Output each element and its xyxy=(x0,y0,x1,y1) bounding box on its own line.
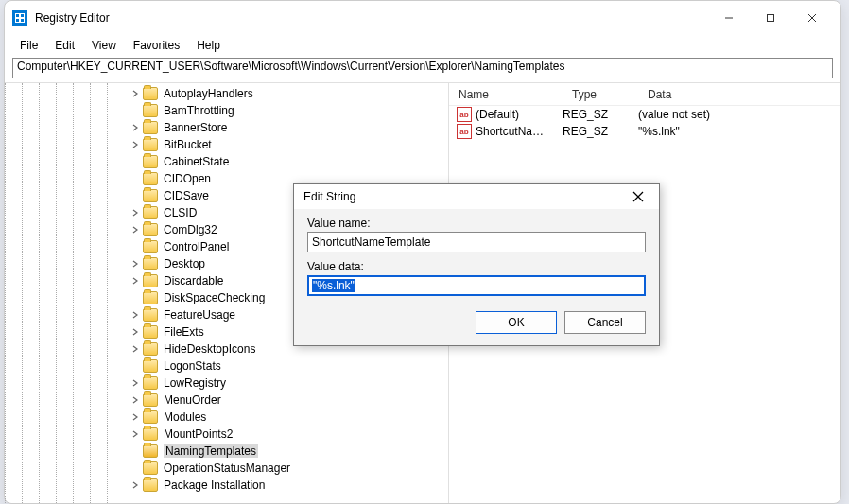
tree-item[interactable]: NamingTemplates xyxy=(126,443,448,460)
tree-item-label: NamingTemplates xyxy=(164,444,258,458)
tree-item[interactable]: Package Installation xyxy=(126,477,448,494)
chevron-right-icon[interactable] xyxy=(130,88,141,99)
folder-icon xyxy=(143,104,158,117)
tree-item-label: BannerStore xyxy=(164,121,227,134)
folder-icon xyxy=(143,376,158,390)
tree-item[interactable]: BannerStore xyxy=(126,119,448,136)
folder-icon xyxy=(143,461,158,475)
menu-edit[interactable]: Edit xyxy=(47,37,82,54)
address-bar[interactable]: Computer\HKEY_CURRENT_USER\Software\Micr… xyxy=(12,58,833,78)
ok-button[interactable]: OK xyxy=(476,311,557,334)
folder-icon xyxy=(143,478,158,492)
tree-item-label: CLSID xyxy=(164,206,197,219)
chevron-right-icon[interactable] xyxy=(130,207,141,218)
tree-item-label: CIDSave xyxy=(164,189,209,202)
chevron-right-icon[interactable] xyxy=(130,309,141,321)
value-name-input[interactable] xyxy=(307,232,646,252)
dialog-title: Edit String xyxy=(303,190,627,203)
value-data-input[interactable]: "%s.lnk" xyxy=(307,275,646,296)
tree-item[interactable]: LowRegistry xyxy=(126,374,448,391)
value-name: ShortcutNa… xyxy=(476,125,563,138)
tree-item-label: BitBucket xyxy=(164,138,212,151)
chevron-right-icon[interactable] xyxy=(130,224,141,235)
menu-file[interactable]: File xyxy=(12,37,45,54)
tree-item[interactable]: CabinetState xyxy=(126,153,448,170)
tree-item[interactable]: MountPoints2 xyxy=(126,426,448,443)
value-data: (value not set) xyxy=(638,108,840,121)
folder-icon xyxy=(143,155,158,168)
tree-item-label: CIDOpen xyxy=(164,172,211,185)
folder-icon xyxy=(143,274,158,287)
folder-icon xyxy=(143,444,158,458)
tree-item[interactable]: BitBucket xyxy=(126,136,448,153)
folder-icon xyxy=(143,206,158,219)
svg-rect-3 xyxy=(16,19,19,22)
folder-icon xyxy=(143,359,158,373)
tree-item-label: MountPoints2 xyxy=(164,427,233,441)
close-button[interactable] xyxy=(791,4,833,32)
tree-item[interactable]: OperationStatusManager xyxy=(126,460,448,477)
svg-rect-2 xyxy=(21,14,24,17)
col-type[interactable]: Type xyxy=(563,88,638,101)
folder-icon xyxy=(143,342,158,356)
tree-item-label: OperationStatusManager xyxy=(164,461,290,475)
chevron-right-icon[interactable] xyxy=(130,139,141,150)
tree-item[interactable]: MenuOrder xyxy=(126,391,448,408)
tree-item-label: Modules xyxy=(164,410,206,424)
value-row[interactable]: abShortcutNa…REG_SZ"%s.lnk" xyxy=(449,123,840,140)
window-title: Registry Editor xyxy=(35,11,708,25)
menu-help[interactable]: Help xyxy=(189,37,228,54)
regedit-icon xyxy=(12,10,27,26)
edit-string-dialog: Edit String Value name: Value data: "%s.… xyxy=(293,183,660,346)
col-name[interactable]: Name xyxy=(449,88,563,101)
chevron-right-icon[interactable] xyxy=(130,428,141,440)
tree-item[interactable]: LogonStats xyxy=(126,357,448,374)
chevron-right-icon[interactable] xyxy=(130,394,141,406)
cancel-button[interactable]: Cancel xyxy=(564,311,646,334)
chevron-right-icon[interactable] xyxy=(130,343,141,355)
folder-icon xyxy=(143,291,158,304)
tree-item-label: BamThrottling xyxy=(164,104,234,117)
chevron-right-icon[interactable] xyxy=(130,411,141,423)
chevron-right-icon[interactable] xyxy=(130,275,141,287)
folder-icon xyxy=(143,223,158,236)
folder-icon xyxy=(143,393,158,407)
chevron-right-icon[interactable] xyxy=(130,377,141,389)
tree-item-label: ComDlg32 xyxy=(164,223,217,236)
tree-item-label: FeatureUsage xyxy=(164,308,235,322)
list-header: Name Type Data xyxy=(449,83,840,106)
folder-icon xyxy=(143,240,158,253)
value-row[interactable]: ab(Default)REG_SZ(value not set) xyxy=(449,106,840,123)
dialog-close-button[interactable] xyxy=(627,185,650,208)
folder-icon xyxy=(143,325,158,339)
chevron-right-icon[interactable] xyxy=(130,258,141,269)
col-data[interactable]: Data xyxy=(638,88,840,101)
value-name-label: Value name: xyxy=(307,217,646,230)
tree-item[interactable]: AutoplayHandlers xyxy=(126,85,448,102)
menubar: File Edit View Favorites Help xyxy=(5,35,840,56)
tree-item-label: LogonStats xyxy=(164,359,221,373)
svg-rect-1 xyxy=(16,14,19,17)
string-value-icon: ab xyxy=(457,124,472,139)
tree-item-label: MenuOrder xyxy=(164,393,221,407)
svg-rect-6 xyxy=(768,15,774,22)
tree-item-label: Desktop xyxy=(164,257,205,270)
folder-icon xyxy=(143,138,158,151)
value-data-label: Value data: xyxy=(307,260,646,273)
chevron-right-icon[interactable] xyxy=(130,326,141,338)
value-type: REG_SZ xyxy=(563,125,638,138)
tree-item-label: AutoplayHandlers xyxy=(164,87,253,100)
tree-item[interactable]: Modules xyxy=(126,408,448,426)
tree-item-label: Discardable xyxy=(164,274,223,287)
dialog-titlebar: Edit String xyxy=(294,184,659,209)
tree-item[interactable]: BamThrottling xyxy=(126,102,448,119)
svg-rect-4 xyxy=(21,19,24,22)
maximize-button[interactable] xyxy=(750,4,791,32)
chevron-right-icon[interactable] xyxy=(130,122,141,133)
chevron-right-icon[interactable] xyxy=(130,479,141,491)
minimize-button[interactable] xyxy=(708,4,750,32)
menu-favorites[interactable]: Favorites xyxy=(126,37,187,54)
menu-view[interactable]: View xyxy=(84,37,124,54)
folder-icon xyxy=(143,308,158,322)
tree-item-label: CabinetState xyxy=(164,155,229,168)
